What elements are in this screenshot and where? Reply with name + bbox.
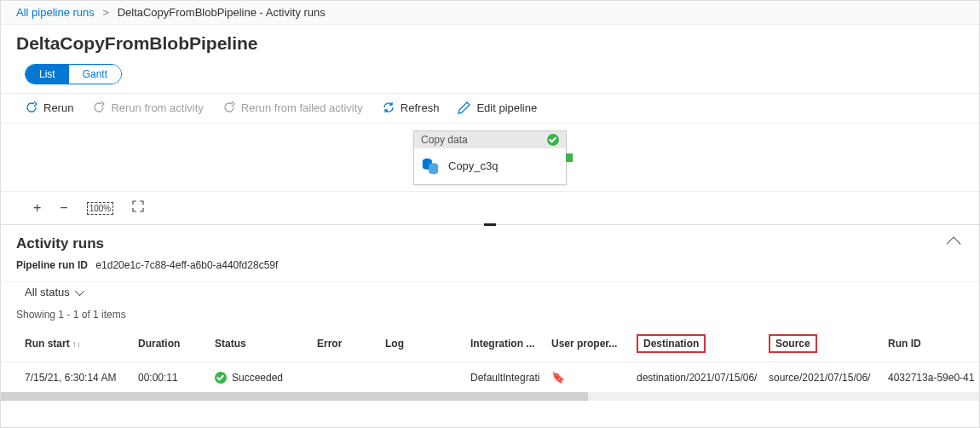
rerun-failed-label: Rerun from failed activity [241, 101, 363, 114]
collapse-section-icon[interactable] [947, 237, 961, 252]
col-duration[interactable]: Duration [133, 326, 210, 362]
edit-label: Edit pipeline [476, 101, 537, 114]
fullscreen-icon[interactable] [132, 200, 144, 216]
scrollbar-thumb[interactable] [1, 392, 588, 401]
refresh-label: Refresh [401, 101, 440, 114]
cell-destination: destination/2021/07/15/06/ [631, 362, 764, 393]
cell-run-start: 7/15/21, 6:30:14 AM [1, 362, 133, 393]
cell-integration: DefaultIntegrati [465, 362, 546, 393]
rerun-failed-icon [222, 101, 236, 114]
toolbar: Rerun Rerun from activity Rerun from fai… [1, 93, 979, 124]
zoom-fit-icon[interactable]: 100% [87, 202, 114, 215]
zoom-out-icon[interactable]: − [60, 200, 67, 216]
refresh-button[interactable]: Refresh [382, 101, 440, 114]
col-status[interactable]: Status [210, 326, 312, 362]
view-list[interactable]: List [26, 65, 69, 84]
breadcrumb-root-link[interactable]: All pipeline runs [16, 6, 95, 19]
sort-icon: ↑↓ [72, 339, 81, 349]
bookmark-icon[interactable]: 🔖 [551, 371, 565, 384]
runid-value: e1d20e1c-7c88-4eff-a6b0-a440fd28c59f [95, 259, 278, 271]
cell-user-props[interactable]: 🔖 [546, 362, 631, 393]
rerun-activity-label: Rerun from activity [111, 101, 203, 114]
view-toggle: List Gantt [25, 64, 122, 84]
success-icon [215, 372, 227, 384]
rerun-from-activity-button: Rerun from activity [92, 101, 203, 114]
table-row[interactable]: 7/15/21, 6:30:14 AM 00:00:11 Succeeded D… [1, 362, 980, 393]
node-body: Copy_c3q [414, 148, 566, 184]
node-header: Copy data [414, 131, 566, 148]
page-title: DeltaCopyFromBlobPipeline [1, 25, 979, 61]
cell-error [312, 362, 380, 393]
rerun-from-failed-button: Rerun from failed activity [222, 101, 363, 114]
col-log[interactable]: Log [380, 326, 465, 362]
col-run-id[interactable]: Run ID [883, 326, 980, 362]
breadcrumb: All pipeline runs > DeltaCopyFromBlobPip… [1, 1, 979, 25]
cell-duration: 00:00:11 [133, 362, 210, 393]
section-title: Activity runs [16, 235, 104, 252]
cell-status: Succeeded [210, 362, 312, 393]
refresh-icon [382, 101, 395, 114]
col-source[interactable]: Source [764, 326, 883, 362]
view-gantt[interactable]: Gantt [69, 65, 121, 84]
zoom-bar: + − 100% [1, 192, 979, 225]
graph-canvas[interactable]: Copy data Copy_c3q [1, 124, 979, 192]
pipeline-run-id-row: Pipeline run ID e1d20e1c-7c88-4eff-a6b0-… [1, 256, 979, 281]
cell-source: source/2021/07/15/06/ [764, 362, 883, 393]
result-count: Showing 1 - 1 of 1 items [1, 305, 979, 326]
activity-runs-table: Run start↑↓ Duration Status Error Log In… [1, 326, 980, 392]
edit-pipeline-button[interactable]: Edit pipeline [458, 101, 537, 114]
rerun-label: Rerun [43, 101, 73, 114]
runid-label: Pipeline run ID [16, 259, 88, 271]
zoom-in-icon[interactable]: + [33, 200, 41, 216]
node-type-label: Copy data [421, 134, 468, 146]
database-icon [421, 157, 440, 176]
activity-node[interactable]: Copy data Copy_c3q [413, 130, 567, 185]
col-error[interactable]: Error [312, 326, 380, 362]
breadcrumb-separator: > [102, 6, 109, 19]
table-header-row: Run start↑↓ Duration Status Error Log In… [1, 326, 980, 362]
col-integration[interactable]: Integration ... [465, 326, 546, 362]
rerun-icon [25, 101, 38, 114]
panel-resize-handle[interactable] [484, 223, 496, 226]
rerun-activity-icon [92, 101, 106, 114]
col-user-props[interactable]: User proper... [546, 326, 631, 362]
status-filter-label: All status [25, 286, 70, 298]
col-destination[interactable]: Destination [631, 326, 764, 362]
cell-run-id: 4032713a-59e0-41 [883, 362, 980, 393]
node-output-port[interactable] [566, 153, 573, 162]
breadcrumb-current: DeltaCopyFromBlobPipeline - Activity run… [118, 6, 326, 19]
cell-log [380, 362, 465, 393]
rerun-button[interactable]: Rerun [25, 101, 73, 114]
chevron-down-icon [75, 286, 84, 295]
status-filter[interactable]: All status [1, 281, 979, 305]
col-run-start[interactable]: Run start↑↓ [1, 326, 133, 362]
success-icon [547, 134, 559, 146]
edit-icon [458, 101, 471, 114]
horizontal-scrollbar[interactable] [1, 392, 979, 401]
node-name: Copy_c3q [448, 159, 499, 172]
